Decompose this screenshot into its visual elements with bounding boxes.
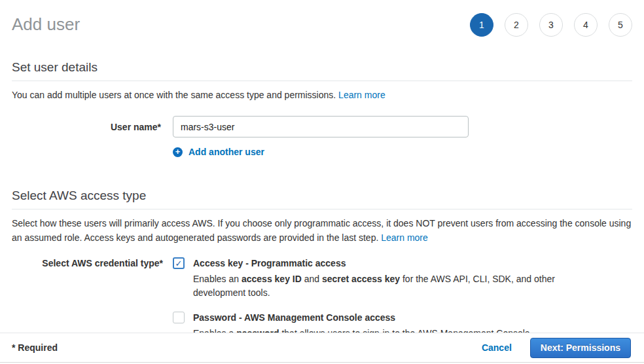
footer-actions: Cancel Next: Permissions — [482, 338, 631, 358]
desc-text-bold: secret access key — [322, 274, 400, 284]
password-checkbox[interactable] — [173, 312, 185, 323]
step-2: 2 — [505, 13, 528, 37]
step-1-current: 1 — [470, 13, 493, 37]
credential-options: ✓ Access key - Programmatic access Enabl… — [173, 257, 555, 340]
credential-type-label: Select AWS credential type* — [12, 257, 163, 268]
step-5: 5 — [609, 13, 632, 37]
credential-type-row: Select AWS credential type* ✓ Access key… — [12, 257, 632, 340]
learn-more-link-access-type[interactable]: Learn more — [381, 232, 428, 243]
desc-text: Enables an — [193, 274, 241, 284]
section-heading-access-type: Select AWS access type — [12, 189, 632, 209]
password-option-title: Password - AWS Management Console access — [193, 312, 533, 323]
wizard-footer: * Required Cancel Next: Permissions — [0, 333, 644, 362]
plus-circle-icon: + — [173, 147, 183, 157]
access-key-option-desc: Enables an access key ID and secret acce… — [193, 272, 555, 300]
access-key-option-body: Access key - Programmatic access Enables… — [193, 257, 555, 300]
next-permissions-button[interactable]: Next: Permissions — [530, 338, 631, 358]
access-type-intro: Select how these users will primarily ac… — [12, 216, 632, 245]
page-header: Add user 1 2 3 4 5 — [12, 0, 632, 37]
step-1-number: 1 — [479, 20, 484, 30]
required-note: * Required — [12, 342, 58, 353]
option-access-key: ✓ Access key - Programmatic access Enabl… — [173, 257, 555, 300]
step-3: 3 — [539, 13, 563, 37]
add-another-user-link[interactable]: Add another user — [188, 147, 264, 157]
page-title: Add user — [12, 14, 80, 35]
username-label: User name* — [12, 122, 161, 132]
access-type-intro-text: Select how these users will primarily ac… — [12, 218, 631, 243]
plus-glyph: + — [175, 147, 181, 156]
add-another-user-row[interactable]: + Add another user — [173, 147, 632, 157]
checkmark-icon: ✓ — [175, 259, 183, 268]
step-4: 4 — [574, 13, 598, 37]
step-2-number: 2 — [514, 20, 519, 30]
username-row: User name* — [12, 116, 632, 137]
section-heading-user-details: Set user details — [12, 60, 632, 81]
access-key-checkbox[interactable]: ✓ — [173, 257, 185, 269]
step-3-number: 3 — [548, 20, 554, 30]
wizard-step-indicator: 1 2 3 4 5 — [470, 13, 632, 37]
learn-more-link-user-details[interactable]: Learn more — [338, 90, 385, 100]
step-4-number: 4 — [583, 20, 588, 30]
page-bottom-divider — [0, 362, 644, 363]
step-5-number: 5 — [618, 20, 623, 30]
user-details-intro: You can add multiple users at once with … — [12, 88, 632, 102]
desc-text: and — [302, 274, 322, 284]
access-key-option-title: Access key - Programmatic access — [193, 257, 555, 269]
desc-text-bold: access key ID — [241, 274, 302, 284]
user-details-intro-text: You can add multiple users at once with … — [12, 90, 336, 100]
username-input[interactable] — [173, 116, 469, 137]
cancel-button[interactable]: Cancel — [482, 342, 512, 353]
add-user-wizard-page: Add user 1 2 3 4 5 Set user details You … — [0, 0, 644, 364]
